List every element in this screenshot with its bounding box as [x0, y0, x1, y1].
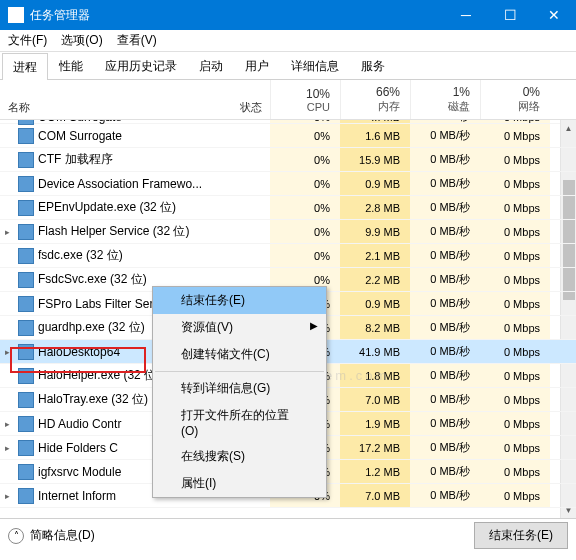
table-row[interactable]: CTF 加载程序0%15.9 MB0 MB/秒0 Mbps	[0, 148, 576, 172]
disk-cell: 0 MB/秒	[410, 316, 480, 339]
mem-cell: 1.9 MB	[340, 412, 410, 435]
process-icon	[18, 176, 34, 192]
tab-3[interactable]: 启动	[188, 52, 234, 79]
process-icon	[18, 440, 34, 456]
mem-cell: 1.2 MB	[340, 460, 410, 483]
menu-item[interactable]: 属性(I)	[153, 470, 326, 497]
process-name: fsdc.exe (32 位)	[38, 247, 210, 264]
mem-cell: 15.9 MB	[340, 148, 410, 171]
mem-cell: 7.0 MB	[340, 484, 410, 507]
net-cell: 0 Mbps	[480, 484, 550, 507]
menu-file[interactable]: 文件(F)	[8, 32, 47, 49]
fewer-details[interactable]: ˄ 简略信息(D)	[8, 527, 95, 544]
process-icon	[18, 416, 34, 432]
mem-cell: 2.8 MB	[340, 196, 410, 219]
table-row[interactable]: fsdc.exe (32 位)0%2.1 MB0 MB/秒0 Mbps	[0, 244, 576, 268]
col-name[interactable]: 名称	[0, 80, 210, 119]
close-button[interactable]: ✕	[532, 0, 576, 30]
context-menu: 结束任务(E)资源值(V)▶创建转储文件(C)转到详细信息(G)打开文件所在的位…	[152, 286, 327, 498]
process-name: COM Surrogate	[38, 129, 210, 143]
net-cell: 0 Mbps	[480, 364, 550, 387]
mem-cell: 41.9 MB	[340, 340, 410, 363]
process-icon	[18, 224, 34, 240]
tab-6[interactable]: 服务	[350, 52, 396, 79]
col-disk[interactable]: 1%磁盘	[410, 80, 480, 119]
maximize-button[interactable]: ☐	[488, 0, 532, 30]
column-headers: 名称 状态 10%CPU 66%内存 1%磁盘 0%网络	[0, 80, 576, 120]
net-cell: 0 Mbps	[480, 316, 550, 339]
table-row[interactable]: EPEnvUpdate.exe (32 位)0%2.8 MB0 MB/秒0 Mb…	[0, 196, 576, 220]
menu-view[interactable]: 查看(V)	[117, 32, 157, 49]
minimize-button[interactable]: ─	[444, 0, 488, 30]
expand-icon[interactable]: ▸	[0, 227, 14, 237]
disk-cell: 0 MB/秒	[410, 172, 480, 195]
tab-1[interactable]: 性能	[48, 52, 94, 79]
net-cell: 0 Mbps	[480, 172, 550, 195]
cpu-cell: 0%	[270, 124, 340, 147]
menu-item[interactable]: 资源值(V)▶	[153, 314, 326, 341]
process-icon	[18, 200, 34, 216]
cpu-cell: 0%	[270, 148, 340, 171]
process-icon	[18, 488, 34, 504]
table-row[interactable]: Device Association Framewo...0%0.9 MB0 M…	[0, 172, 576, 196]
mem-cell: 8.2 MB	[340, 316, 410, 339]
table-row[interactable]: COM Surrogate0%1.6 MB0 MB/秒0 Mbps	[0, 124, 576, 148]
net-cell: 0 Mbps	[480, 196, 550, 219]
disk-cell: 0 MB/秒	[410, 364, 480, 387]
mem-cell: 1.8 MB	[340, 364, 410, 387]
mem-cell: 7.0 MB	[340, 388, 410, 411]
process-icon	[18, 320, 34, 336]
tab-0[interactable]: 进程	[2, 53, 48, 80]
menu-item[interactable]: 转到详细信息(G)	[153, 375, 326, 402]
menubar: 文件(F) 选项(O) 查看(V)	[0, 30, 576, 52]
col-net[interactable]: 0%网络	[480, 80, 550, 119]
col-status[interactable]: 状态	[210, 80, 270, 119]
disk-cell: 0 MB/秒	[410, 484, 480, 507]
disk-cell: 0 MB/秒	[410, 388, 480, 411]
col-mem[interactable]: 66%内存	[340, 80, 410, 119]
net-cell: 0 Mbps	[480, 148, 550, 171]
tab-2[interactable]: 应用历史记录	[94, 52, 188, 79]
window-title: 任务管理器	[30, 7, 444, 24]
process-icon	[18, 296, 34, 312]
mem-cell: 0.9 MB	[340, 292, 410, 315]
process-icon	[18, 152, 34, 168]
process-icon	[18, 128, 34, 144]
table-row[interactable]: ▸Flash Helper Service (32 位)0%9.9 MB0 MB…	[0, 220, 576, 244]
process-icon	[18, 272, 34, 288]
menu-options[interactable]: 选项(O)	[61, 32, 102, 49]
expand-icon[interactable]: ▸	[0, 491, 14, 501]
expand-icon[interactable]: ▸	[0, 443, 14, 453]
col-cpu[interactable]: 10%CPU	[270, 80, 340, 119]
net-cell: 0 Mbps	[480, 340, 550, 363]
cpu-cell: 0%	[270, 220, 340, 243]
disk-cell: 0 MB/秒	[410, 292, 480, 315]
disk-cell: 0 MB/秒	[410, 340, 480, 363]
titlebar[interactable]: 任务管理器 ─ ☐ ✕	[0, 0, 576, 30]
mem-cell: 2.1 MB	[340, 244, 410, 267]
cpu-cell: 0%	[270, 244, 340, 267]
tab-4[interactable]: 用户	[234, 52, 280, 79]
net-cell: 0 Mbps	[480, 292, 550, 315]
cpu-cell: 0%	[270, 196, 340, 219]
footer: ˄ 简略信息(D) 结束任务(E)	[0, 518, 576, 552]
net-cell: 0 Mbps	[480, 412, 550, 435]
expand-icon[interactable]: ▸	[0, 419, 14, 429]
net-cell: 0 Mbps	[480, 388, 550, 411]
end-task-button[interactable]: 结束任务(E)	[474, 522, 568, 549]
net-cell: 0 Mbps	[480, 244, 550, 267]
disk-cell: 0 MB/秒	[410, 268, 480, 291]
chevron-up-icon: ˄	[8, 528, 24, 544]
expand-icon[interactable]: ▸	[0, 347, 14, 357]
menu-item[interactable]: 在线搜索(S)	[153, 443, 326, 470]
disk-cell: 0 MB/秒	[410, 244, 480, 267]
process-name: CTF 加载程序	[38, 151, 210, 168]
net-cell: 0 Mbps	[480, 460, 550, 483]
menu-item[interactable]: 打开文件所在的位置(O)	[153, 402, 326, 443]
menu-item[interactable]: 创建转储文件(C)	[153, 341, 326, 368]
disk-cell: 0 MB/秒	[410, 412, 480, 435]
mem-cell: 0.9 MB	[340, 172, 410, 195]
process-name: Flash Helper Service (32 位)	[38, 223, 210, 240]
menu-item[interactable]: 结束任务(E)	[153, 287, 326, 314]
tab-5[interactable]: 详细信息	[280, 52, 350, 79]
